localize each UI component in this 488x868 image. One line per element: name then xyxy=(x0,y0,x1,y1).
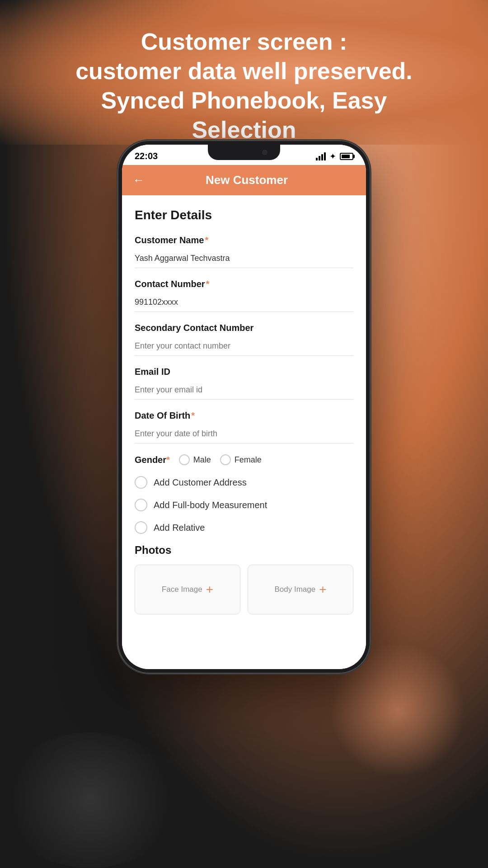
add-address-option[interactable]: Add Customer Address xyxy=(135,476,353,489)
status-bar: 22:03 ✦ xyxy=(122,145,366,165)
gender-row: Gender* Male Female xyxy=(135,454,353,465)
back-button[interactable]: ← xyxy=(133,173,145,187)
body-image-card[interactable]: Body Image + xyxy=(248,565,353,614)
email-input[interactable] xyxy=(135,381,353,400)
add-measurement-label: Add Full-body Measurement xyxy=(154,500,267,510)
form-content: Enter Details Customer Name* Contact Num… xyxy=(122,195,366,669)
signal-icon xyxy=(316,152,326,160)
add-measurement-option[interactable]: Add Full-body Measurement xyxy=(135,499,353,511)
add-address-checkbox[interactable] xyxy=(135,476,147,489)
contact-number-field: Contact Number* xyxy=(135,279,353,312)
background-title: Customer screen : customer data well pre… xyxy=(0,27,488,145)
gender-female-radio[interactable] xyxy=(220,454,231,465)
section-title: Enter Details xyxy=(135,208,353,222)
customer-name-label: Customer Name* xyxy=(135,235,353,245)
face-image-plus: + xyxy=(206,582,213,597)
contact-number-label: Contact Number* xyxy=(135,279,353,289)
phone-frame: 22:03 ✦ ← New Customer Enter Deta xyxy=(117,140,371,674)
email-label: Email ID xyxy=(135,367,353,377)
status-time: 22:03 xyxy=(135,151,158,161)
dob-field: Date Of Birth* xyxy=(135,410,353,443)
gender-female-option[interactable]: Female xyxy=(220,454,262,465)
dob-label: Date Of Birth* xyxy=(135,410,353,421)
gender-male-label: Male xyxy=(193,455,211,465)
contact-number-input[interactable] xyxy=(135,293,353,312)
body-image-plus: + xyxy=(319,582,326,597)
secondary-contact-input[interactable] xyxy=(135,337,353,356)
add-address-label: Add Customer Address xyxy=(154,477,247,488)
face-image-card[interactable]: Face Image + xyxy=(135,565,240,614)
photos-title: Photos xyxy=(135,544,353,557)
body-image-label: Body Image xyxy=(274,585,315,594)
customer-name-field: Customer Name* xyxy=(135,235,353,268)
gender-female-label: Female xyxy=(235,455,262,465)
add-relative-label: Add Relative xyxy=(154,523,205,533)
face-image-label: Face Image xyxy=(162,585,202,594)
add-relative-checkbox[interactable] xyxy=(135,521,147,534)
secondary-contact-field: Secondary Contact Number xyxy=(135,323,353,356)
secondary-contact-label: Secondary Contact Number xyxy=(135,323,353,333)
photos-row: Face Image + Body Image + xyxy=(135,565,353,614)
wifi-icon: ✦ xyxy=(329,151,336,161)
status-icons: ✦ xyxy=(316,151,353,161)
add-measurement-checkbox[interactable] xyxy=(135,499,147,511)
add-relative-option[interactable]: Add Relative xyxy=(135,521,353,534)
app-header: ← New Customer xyxy=(122,165,366,195)
customer-name-input[interactable] xyxy=(135,249,353,268)
dob-input[interactable] xyxy=(135,425,353,443)
gender-male-option[interactable]: Male xyxy=(179,454,211,465)
battery-icon xyxy=(340,153,353,160)
email-field: Email ID xyxy=(135,367,353,400)
gender-male-radio[interactable] xyxy=(179,454,190,465)
photos-section: Photos Face Image + Body Image + xyxy=(135,544,353,614)
gender-label: Gender* xyxy=(135,455,170,465)
header-title: New Customer xyxy=(152,173,342,187)
